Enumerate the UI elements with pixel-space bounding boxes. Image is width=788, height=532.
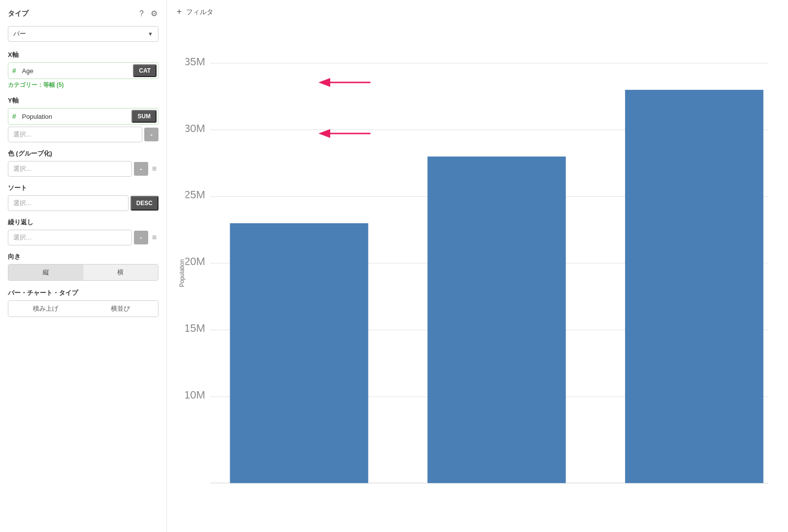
sort-label: ソート [8,184,158,192]
bar-3 [625,90,763,483]
repeat-select-field[interactable]: 選択... [8,230,132,245]
color-select-row: 選択... - ≡ [8,161,158,177]
y-minus-button[interactable]: - [144,128,158,141]
type-dropdown[interactable]: バー ▼ [8,26,158,42]
filter-bar: + フィルタ [177,5,778,19]
type-select-row: バー ▼ [8,26,158,42]
orient-vertical-button[interactable]: 縦 [8,265,83,280]
color-minus-button[interactable]: - [134,162,148,176]
color-placeholder: 選択... [13,165,31,172]
right-panel: + フィルタ Population 35M 30M 25M 20M 15 [167,0,788,532]
chart-area: Population 35M 30M 25M 20M 15M 10M [177,24,778,522]
icon-group: ? ⚙ [138,8,158,19]
sort-row: 選択... DESC [8,195,158,211]
repeat-menu-icon[interactable]: ≡ [150,232,158,243]
y-select-placeholder: 選択... [13,131,31,138]
x-hash-icon: # [8,64,20,78]
sort-placeholder: 選択... [13,199,31,207]
color-select-field[interactable]: 選択... [8,161,132,177]
repeat-placeholder: 選択... [13,234,31,241]
bar-2 [427,157,566,483]
x-axis-section: X軸 # Age CAT カテゴリー：等幅 (5) [8,51,158,89]
x-field-row: # Age CAT [8,62,158,79]
y-axis-label: Population [177,24,185,522]
y-axis-section: Y軸 # Population SUM 選択... - [8,96,158,142]
bar-chart-svg: 35M 30M 25M 20M 15M 10M [185,24,778,522]
chart-type-buttons: 積み上げ 横並び [8,300,158,317]
orientation-section: 向き 縦 横 [8,252,158,281]
category-text: カテゴリー：等幅 (5) [8,81,158,89]
repeat-minus-button[interactable]: - [134,231,148,244]
sum-badge[interactable]: SUM [131,110,157,123]
sort-section: ソート 選択... DESC [8,184,158,211]
left-panel: タイプ ? ⚙ バー ▼ X軸 # Age CAT カテゴリー：等幅 (5) [0,0,167,532]
y-axis-label: Y軸 [8,96,158,105]
orient-horizontal-button[interactable]: 横 [83,265,158,280]
y-select-field[interactable]: 選択... [8,127,142,142]
bar-1 [230,223,368,483]
svg-text:10M: 10M [185,389,205,401]
y-select-row: 選択... - [8,127,158,142]
dropdown-arrow-icon: ▼ [148,31,153,37]
help-icon[interactable]: ? [138,8,145,19]
svg-text:35M: 35M [185,55,205,68]
chart-inner: 35M 30M 25M 20M 15M 10M [185,24,778,522]
desc-badge[interactable]: DESC [131,196,158,211]
svg-text:20M: 20M [185,255,205,267]
cat-badge[interactable]: CAT [133,64,157,77]
bar-chart-type-section: バー・チャート・タイプ 積み上げ 横並び [8,289,158,317]
color-section: 色 (グループ化) 選択... - ≡ [8,149,158,177]
repeat-row: 選択... - ≡ [8,230,158,245]
filter-label: フィルタ [186,8,213,17]
stacked-button[interactable]: 積み上げ [8,301,83,317]
type-label: タイプ [8,9,28,18]
side-by-side-button[interactable]: 横並び [83,301,158,317]
color-label: 色 (グループ化) [8,149,158,158]
y-field-name: Population [20,110,131,123]
type-value: バー [13,29,26,38]
svg-text:25M: 25M [185,188,205,201]
orientation-label: 向き [8,252,158,261]
type-row: タイプ ? ⚙ [8,8,158,19]
filter-plus-icon[interactable]: + [177,7,182,17]
bar-chart-type-label: バー・チャート・タイプ [8,289,158,297]
y-field-row: # Population SUM [8,108,158,125]
svg-text:30M: 30M [185,122,205,134]
settings-icon[interactable]: ⚙ [150,8,158,19]
x-axis-label: X軸 [8,51,158,59]
repeat-label: 繰り返し [8,218,158,227]
x-field-name: Age [20,64,131,78]
repeat-section: 繰り返し 選択... - ≡ [8,218,158,245]
color-menu-icon[interactable]: ≡ [150,163,158,174]
orientation-buttons: 縦 横 [8,264,158,281]
y-hash-icon: # [8,109,20,123]
sort-select-field[interactable]: 選択... [8,195,129,211]
svg-text:15M: 15M [185,322,205,334]
